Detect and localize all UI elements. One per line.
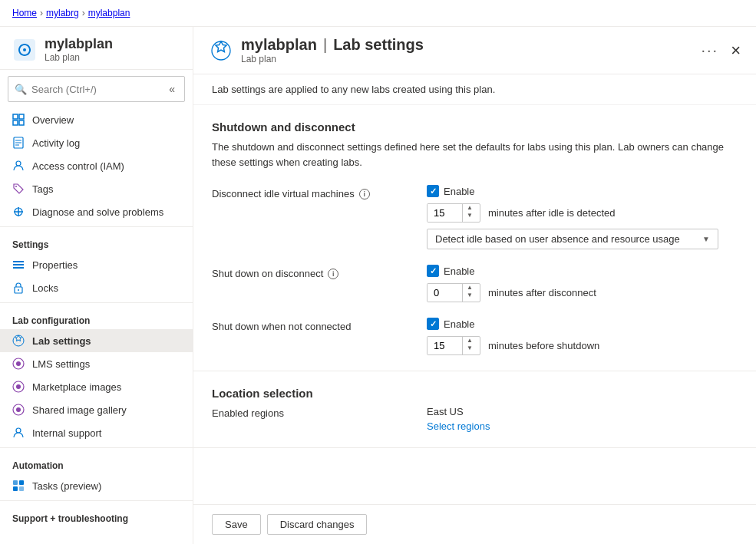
tasks-icon (12, 480, 25, 492)
shutdown-disconnect-controls: Enable ▲ ▼ minutes after disconnect (427, 265, 596, 302)
shared-image-gallery-icon (12, 404, 25, 416)
sidebar-item-label: Properties (32, 259, 78, 271)
sidebar-nav: Overview Activity log (0, 108, 193, 527)
breadcrumb-group[interactable]: mylabrg (46, 8, 79, 18)
sidebar-resource-type: Lab plan (45, 52, 113, 63)
sidebar-item-access-control[interactable]: Access control (IAM) (0, 154, 193, 177)
collapse-sidebar-button[interactable]: « (166, 80, 178, 98)
activity-log-icon (12, 137, 25, 149)
content-area: mylabplan | Lab settings Lab plan ··· × … (193, 27, 756, 544)
search-icon: 🔍 (15, 84, 27, 95)
support-section-label: Support + troubleshooting (0, 504, 193, 527)
close-button[interactable]: × (731, 41, 741, 61)
svg-point-17 (18, 289, 19, 291)
shutdown-disconnect-checkbox[interactable] (427, 265, 439, 277)
disconnect-idle-decrement[interactable]: ▼ (463, 212, 477, 219)
shutdown-disconnect-info-icon[interactable]: i (328, 269, 338, 279)
automation-section-label: Automation (0, 451, 193, 474)
svg-rect-13 (13, 261, 24, 262)
svg-point-30 (212, 41, 230, 60)
lab-config-section-label: Lab configuration (0, 306, 193, 329)
svg-point-10 (16, 161, 21, 166)
sidebar-item-tasks[interactable]: Tasks (preview) (0, 474, 193, 497)
disconnect-idle-minutes-row: ▲ ▼ minutes after idle is detected (427, 203, 718, 223)
svg-rect-15 (13, 267, 24, 269)
lab-settings-icon (12, 335, 25, 347)
locks-icon (12, 282, 25, 294)
shutdown-not-connected-row: Shut down when not connected Enable ▲ (212, 318, 738, 355)
disconnect-idle-checkbox[interactable] (427, 185, 439, 197)
search-box[interactable]: 🔍 « (8, 76, 185, 102)
page-name: Lab settings (333, 36, 424, 54)
sidebar-item-properties[interactable]: Properties (0, 253, 193, 276)
search-input[interactable] (31, 84, 161, 95)
sidebar-item-activity-log[interactable]: Activity log (0, 131, 193, 154)
breadcrumb: Home › mylabrg › mylabplan (0, 0, 756, 27)
shutdown-disconnect-enable-label: Enable (444, 265, 474, 277)
shutdown-disconnect-minutes-input[interactable] (428, 284, 462, 302)
shutdown-section: Shutdown and disconnect The shutdown and… (193, 105, 756, 371)
breadcrumb-resource[interactable]: mylabplan (88, 8, 130, 18)
shutdown-section-title: Shutdown and disconnect (212, 120, 738, 134)
disconnect-idle-minutes-input[interactable] (428, 204, 462, 222)
more-options-button[interactable]: ··· (701, 41, 718, 59)
svg-rect-27 (19, 480, 24, 485)
sidebar-item-lab-settings[interactable]: Lab settings (0, 329, 193, 352)
sidebar-item-label: Overview (32, 114, 74, 126)
shutdown-disconnect-spinners: ▲ ▼ (462, 284, 477, 302)
discard-changes-button[interactable]: Discard changes (267, 514, 368, 535)
disconnect-idle-increment[interactable]: ▲ (463, 204, 477, 212)
disconnect-idle-info-icon[interactable]: i (359, 189, 370, 199)
sidebar-item-label: Access control (IAM) (32, 160, 124, 172)
shutdown-not-connected-minutes-input[interactable] (428, 337, 462, 354)
shutdown-disconnect-minutes-suffix: minutes after disconnect (488, 287, 596, 298)
access-control-icon (12, 160, 25, 172)
sidebar-item-lms-settings[interactable]: LMS settings (0, 352, 193, 375)
svg-point-20 (16, 361, 21, 366)
page-description: Lab settings are applied to any new labs… (193, 74, 756, 105)
shutdown-not-connected-enable-wrap: Enable (427, 318, 599, 330)
dropdown-arrow-icon: ▼ (702, 235, 710, 243)
select-regions-link[interactable]: Select regions (427, 420, 490, 432)
shutdown-disconnect-increment[interactable]: ▲ (463, 284, 477, 292)
sidebar-item-marketplace-images[interactable]: Marketplace images (0, 375, 193, 398)
shutdown-not-connected-checkbox[interactable] (427, 318, 439, 330)
sidebar-item-diagnose[interactable]: Diagnose and solve problems (0, 200, 193, 223)
content-scroll-area: Lab settings are applied to any new labs… (193, 74, 756, 504)
sidebar-item-tags[interactable]: Tags (0, 177, 193, 200)
sidebar-item-locks[interactable]: Locks (0, 276, 193, 299)
sidebar-item-shared-image-gallery[interactable]: Shared image gallery (0, 398, 193, 421)
sidebar-item-label: Tasks (preview) (32, 480, 101, 492)
save-button[interactable]: Save (212, 514, 261, 535)
svg-point-22 (16, 384, 21, 389)
sidebar-item-internal-support[interactable]: Internal support (0, 421, 193, 444)
shutdown-not-connected-enable-label: Enable (444, 318, 474, 330)
shutdown-disconnect-enable-wrap: Enable (427, 265, 596, 277)
shutdown-not-connected-increment[interactable]: ▲ (463, 337, 477, 345)
sidebar: mylabplan Lab plan 🔍 « Ove (0, 27, 193, 544)
page-header: mylabplan | Lab settings Lab plan ··· × (193, 27, 756, 74)
shutdown-disconnect-minutes-row: ▲ ▼ minutes after disconnect (427, 283, 596, 302)
disconnect-idle-minutes-input-wrap: ▲ ▼ (427, 203, 480, 223)
shutdown-not-connected-minutes-wrap: ▲ ▼ (427, 336, 480, 355)
overview-icon (12, 114, 25, 126)
svg-point-24 (16, 407, 21, 412)
disconnect-idle-enable-label: Enable (444, 186, 474, 197)
sidebar-item-label: Tags (32, 183, 53, 195)
shutdown-not-connected-label: Shut down when not connected (212, 321, 351, 332)
svg-rect-26 (13, 480, 18, 485)
svg-rect-2 (13, 114, 18, 119)
shutdown-not-connected-decrement[interactable]: ▼ (463, 345, 477, 352)
disconnect-idle-detect-dropdown[interactable]: Detect idle based on user absence and re… (427, 229, 718, 249)
svg-rect-4 (13, 120, 18, 125)
sidebar-item-overview[interactable]: Overview (0, 108, 193, 131)
sidebar-item-label: Locks (32, 282, 58, 294)
shutdown-disconnect-decrement[interactable]: ▼ (463, 292, 477, 299)
nav-divider-2 (0, 302, 193, 303)
svg-rect-28 (13, 486, 18, 491)
enabled-regions-label: Enabled regions (212, 406, 411, 419)
internal-support-icon (12, 427, 25, 439)
breadcrumb-home[interactable]: Home (12, 8, 37, 18)
disconnect-idle-enable-wrap: Enable (427, 185, 718, 197)
properties-icon (12, 259, 25, 271)
